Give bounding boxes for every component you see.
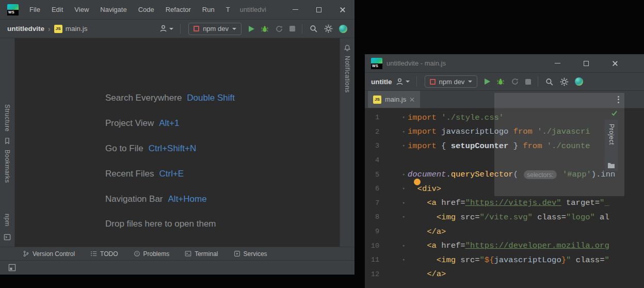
tool-button-project[interactable]: Project [605, 120, 618, 171]
fold-marker-icon[interactable]: ▾ [379, 200, 408, 206]
menu-run[interactable]: Run [197, 6, 220, 13]
tab-mainjs[interactable]: JS main.js [368, 91, 420, 108]
run-button[interactable] [481, 75, 493, 88]
line-number[interactable]: 6 [365, 185, 379, 193]
terminal-tool-icon[interactable] [4, 233, 11, 241]
fold-marker-icon[interactable]: ▾ [379, 172, 408, 178]
plugin-sphere-button[interactable] [336, 22, 350, 36]
line-number[interactable]: 5 [365, 171, 379, 179]
stop-button[interactable] [286, 22, 298, 36]
menu-navigate[interactable]: Navigate [94, 6, 132, 13]
title-bar[interactable]: WS FileEditViewNavigateCodeRefactorRunT … [0, 0, 355, 20]
fold-marker-icon[interactable]: ▾ [379, 243, 408, 249]
menu-file[interactable]: File [24, 6, 46, 13]
line-number[interactable]: 7 [365, 199, 379, 207]
minimize-button[interactable] [543, 54, 572, 72]
line-number[interactable]: 3 [365, 142, 379, 150]
tool-button-version-control[interactable]: Version Control [23, 250, 75, 258]
user-avatar-button[interactable] [156, 22, 176, 36]
editor-area[interactable]: Search EverywhereDouble ShiftProject Vie… [15, 38, 340, 247]
user-avatar-button[interactable] [392, 75, 413, 88]
code-text: </a> [408, 227, 446, 236]
maximize-icon [316, 7, 321, 12]
window-title: untitledvite - main.js [387, 59, 446, 67]
code-line[interactable]: 10▾ <a href="https://developer.mozilla.o… [365, 238, 644, 253]
code-text: </a> [408, 269, 446, 279]
tool-button-problems[interactable]: Problems [134, 250, 170, 258]
line-number[interactable]: 4 [365, 156, 379, 164]
chevron-down-icon [468, 81, 472, 83]
fold-marker-icon[interactable]: ▾ [379, 143, 408, 149]
title-bar[interactable]: WS untitledvite - main.js [365, 54, 644, 73]
code-line[interactable]: 8▾ <img src="/vite.svg" class="logo" al [365, 210, 644, 225]
user-icon [395, 77, 404, 86]
gear-icon [560, 77, 569, 86]
debug-button[interactable] [257, 22, 272, 36]
line-number[interactable]: 10 [365, 242, 379, 250]
tool-button-notifications[interactable]: Notifications [344, 56, 351, 93]
search-everywhere-button[interactable] [542, 75, 557, 88]
code-line[interactable]: 12 </a> [365, 267, 644, 282]
debug-button[interactable] [493, 75, 508, 88]
settings-button[interactable] [321, 22, 336, 36]
menu-edit[interactable]: Edit [46, 6, 69, 13]
plugin-sphere-button[interactable] [572, 75, 586, 88]
hint-shortcut-label: Alt+1 [159, 118, 179, 129]
menu-view[interactable]: View [69, 6, 94, 13]
run-button[interactable] [246, 22, 257, 36]
tool-button-npm[interactable]: npm [4, 214, 11, 227]
bell-icon[interactable] [344, 44, 351, 52]
line-number[interactable]: 1 [365, 114, 379, 121]
tool-button-todo[interactable]: TODO [90, 250, 118, 258]
line-number[interactable]: 9 [365, 228, 379, 235]
js-file-icon: JS [54, 25, 62, 33]
fold-marker-icon[interactable]: ▾ [379, 186, 408, 191]
tab-options-kebab-icon[interactable] [616, 91, 621, 108]
close-button[interactable] [331, 0, 355, 19]
minimize-button[interactable] [283, 0, 307, 19]
fold-marker-icon[interactable]: ▾ [379, 214, 408, 220]
rerun-button[interactable] [272, 22, 286, 36]
rerun-button[interactable] [508, 75, 522, 88]
maximize-button[interactable] [307, 0, 331, 19]
bookmark-icon[interactable] [4, 137, 11, 145]
run-config-combo[interactable]: npm dev [425, 75, 478, 88]
breadcrumb-project[interactable]: untitledvite [7, 25, 44, 33]
menu-t[interactable]: T [220, 6, 236, 13]
line-number[interactable]: 11 [365, 256, 379, 264]
line-number[interactable]: 12 [365, 270, 379, 278]
menu-code[interactable]: Code [133, 6, 160, 13]
close-icon [612, 60, 618, 67]
stop-button[interactable] [522, 75, 534, 88]
close-button[interactable] [601, 54, 630, 72]
code-line[interactable]: 9 </a> [365, 225, 644, 239]
fold-marker-icon[interactable]: ▾ [379, 257, 408, 263]
fold-marker-icon[interactable]: ▾ [379, 115, 408, 120]
tool-button-structure[interactable]: Structure [4, 104, 11, 132]
breadcrumb-separator: › [48, 25, 51, 33]
hint-shortcut-label: Alt+Home [168, 194, 207, 204]
tool-button-bookmarks[interactable]: Bookmarks [4, 150, 11, 183]
tool-button-terminal[interactable]: Terminal [185, 250, 218, 258]
window-controls [543, 54, 630, 72]
code-line[interactable]: 11▾ <img src="${javascriptLogo}" class=" [365, 253, 644, 267]
bug-icon [261, 25, 269, 33]
breadcrumb-file[interactable]: main.js [66, 25, 88, 33]
close-tab-icon[interactable] [410, 97, 415, 102]
toolwindow-toggle-icon[interactable] [8, 264, 16, 271]
search-everywhere-button[interactable] [306, 22, 321, 36]
tool-button-services[interactable]: Services [234, 250, 267, 258]
problems-icon [134, 250, 140, 257]
settings-button[interactable] [557, 75, 572, 88]
maximize-button[interactable] [572, 54, 601, 72]
restart-icon [511, 77, 519, 86]
run-config-combo[interactable]: npm dev [188, 23, 242, 35]
line-number[interactable]: 8 [365, 213, 379, 221]
menu-refactor[interactable]: Refactor [160, 6, 197, 13]
fold-marker-icon[interactable]: ▾ [379, 129, 408, 135]
editor-hint: Recent FilesCtrl+E [105, 161, 235, 186]
code-line[interactable]: 7▾ <a href="https://vitejs.dev" target="… [365, 196, 644, 211]
breadcrumb-project[interactable]: untitle [371, 78, 392, 86]
line-number[interactable]: 2 [365, 128, 379, 136]
inspections-check-icon[interactable] [611, 110, 618, 117]
